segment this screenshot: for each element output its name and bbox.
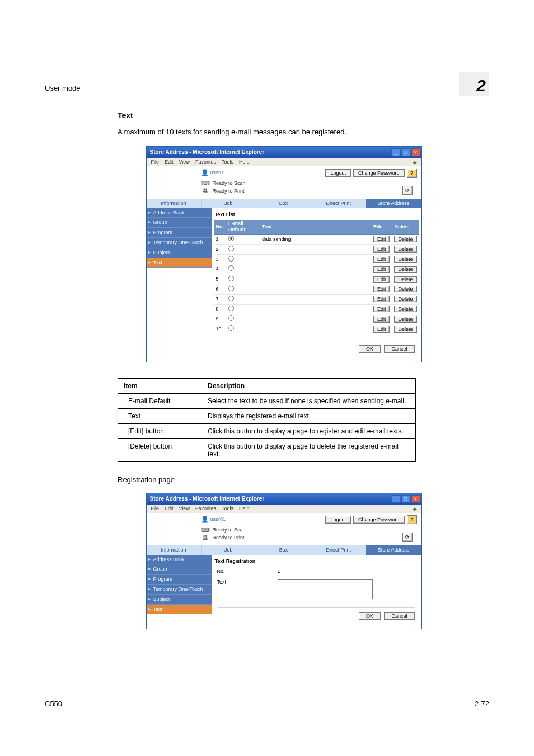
tab-job[interactable]: Job <box>202 199 256 208</box>
cell-default[interactable] <box>226 254 260 264</box>
menu-view[interactable]: View <box>179 506 190 512</box>
tab-direct-print[interactable]: Direct Print <box>311 545 366 555</box>
delete-button[interactable]: Delete <box>394 296 416 302</box>
cell-default[interactable] <box>226 244 260 254</box>
cell-default[interactable] <box>226 304 260 314</box>
close-button[interactable]: × <box>411 495 420 503</box>
sidebar-item-temporary[interactable]: Temporary One-Touch <box>147 238 212 248</box>
maximize-button[interactable]: □ <box>401 495 410 503</box>
logout-button[interactable]: Logout <box>325 169 351 177</box>
logout-button[interactable]: Logout <box>325 516 351 524</box>
cell-default[interactable] <box>226 264 260 274</box>
tab-information[interactable]: Information <box>147 199 202 208</box>
menu-edit[interactable]: Edit <box>165 506 174 512</box>
tab-box[interactable]: Box <box>256 199 311 208</box>
cell-default[interactable] <box>226 274 260 284</box>
tab-information[interactable]: Information <box>147 545 202 555</box>
change-password-button[interactable]: Change Password <box>353 516 405 524</box>
delete-button[interactable]: Delete <box>394 286 416 292</box>
cell-default[interactable] <box>226 284 260 294</box>
cell-text: data sending <box>260 234 371 244</box>
menu-tools[interactable]: Tools <box>222 159 233 165</box>
menu-favorites[interactable]: Favorites <box>195 159 216 165</box>
delete-button[interactable]: Delete <box>394 316 416 323</box>
page-title: User mode <box>45 84 81 92</box>
menu-edit[interactable]: Edit <box>165 159 174 165</box>
menu-view[interactable]: View <box>179 159 190 165</box>
table-row: 1data sendingEditDelete <box>214 234 419 244</box>
edit-button[interactable]: Edit <box>373 256 390 263</box>
refresh-button[interactable]: ⟳ <box>402 533 413 542</box>
change-password-button[interactable]: Change Password <box>353 169 405 177</box>
minimize-button[interactable]: _ <box>391 495 400 503</box>
menu-tools[interactable]: Tools <box>222 506 233 512</box>
cell-default[interactable] <box>226 234 260 244</box>
tab-store-address[interactable]: Store Address <box>366 545 421 555</box>
tab-store-address[interactable]: Store Address <box>366 199 421 208</box>
maximize-button[interactable]: □ <box>401 148 410 156</box>
tab-job[interactable]: Job <box>202 545 256 555</box>
radio-default[interactable] <box>228 236 234 241</box>
close-button[interactable]: × <box>411 148 420 156</box>
sidebar-item-address-book[interactable]: Address Book <box>147 555 212 565</box>
sidebar-item-address-book[interactable]: Address Book <box>147 208 212 218</box>
help-button[interactable]: ? <box>407 515 417 524</box>
delete-button[interactable]: Delete <box>394 266 416 273</box>
radio-default[interactable] <box>228 265 234 271</box>
radio-default[interactable] <box>228 315 234 321</box>
delete-button[interactable]: Delete <box>394 256 416 263</box>
edit-button[interactable]: Edit <box>373 316 390 323</box>
sidebar-item-group[interactable]: Group <box>147 218 212 228</box>
edit-button[interactable]: Edit <box>373 326 390 333</box>
cancel-button[interactable]: Cancel <box>384 612 414 620</box>
radio-default[interactable] <box>228 296 234 301</box>
ok-button[interactable]: OK <box>359 345 381 353</box>
cell-default[interactable] <box>226 294 260 304</box>
delete-button[interactable]: Delete <box>394 306 416 312</box>
minimize-button[interactable]: _ <box>391 148 400 156</box>
cell-default[interactable] <box>226 324 260 334</box>
cell-default[interactable] <box>226 314 260 324</box>
delete-button[interactable]: Delete <box>394 326 416 333</box>
edit-button[interactable]: Edit <box>373 246 390 253</box>
ok-button[interactable]: OK <box>359 612 381 620</box>
edit-button[interactable]: Edit <box>373 296 390 302</box>
sidebar-item-temporary[interactable]: Temporary One-Touch <box>147 585 212 595</box>
sidebar-item-group[interactable]: Group <box>147 564 212 575</box>
edit-button[interactable]: Edit <box>373 306 390 312</box>
printer-icon: 🖶 <box>202 188 209 195</box>
menu-help[interactable]: Help <box>239 159 250 165</box>
cell-text <box>260 254 371 264</box>
menu-help[interactable]: Help <box>239 506 250 512</box>
edit-button[interactable]: Edit <box>373 266 390 273</box>
cancel-button[interactable]: Cancel <box>384 345 414 353</box>
help-button[interactable]: ? <box>407 169 417 178</box>
edit-button[interactable]: Edit <box>373 276 390 283</box>
cell-text <box>260 304 371 314</box>
radio-default[interactable] <box>228 306 234 311</box>
refresh-button[interactable]: ⟳ <box>402 186 413 195</box>
reg-text-input[interactable] <box>278 579 373 599</box>
sidebar-item-program[interactable]: Program <box>147 228 212 238</box>
sidebar-item-subject[interactable]: Subject <box>147 595 212 605</box>
edit-button[interactable]: Edit <box>373 236 390 242</box>
radio-default[interactable] <box>228 325 234 331</box>
menu-favorites[interactable]: Favorites <box>195 506 216 512</box>
delete-button[interactable]: Delete <box>394 276 416 283</box>
radio-default[interactable] <box>228 256 234 262</box>
sidebar-item-program[interactable]: Program <box>147 575 212 585</box>
sidebar-item-text[interactable]: Text <box>147 605 212 615</box>
tab-direct-print[interactable]: Direct Print <box>311 199 366 208</box>
delete-button[interactable]: Delete <box>394 236 416 242</box>
radio-default[interactable] <box>228 286 234 291</box>
radio-default[interactable] <box>228 246 234 251</box>
tab-box[interactable]: Box <box>256 545 311 555</box>
menu-file[interactable]: File <box>151 506 160 512</box>
delete-button[interactable]: Delete <box>394 246 416 253</box>
radio-default[interactable] <box>228 276 234 281</box>
sidebar-item-text[interactable]: Text <box>147 258 212 268</box>
sidebar-item-subject[interactable]: Subject <box>147 248 212 258</box>
menu-file[interactable]: File <box>151 159 160 165</box>
ie-logo-icon: ✦ <box>409 505 420 514</box>
edit-button[interactable]: Edit <box>373 286 390 292</box>
